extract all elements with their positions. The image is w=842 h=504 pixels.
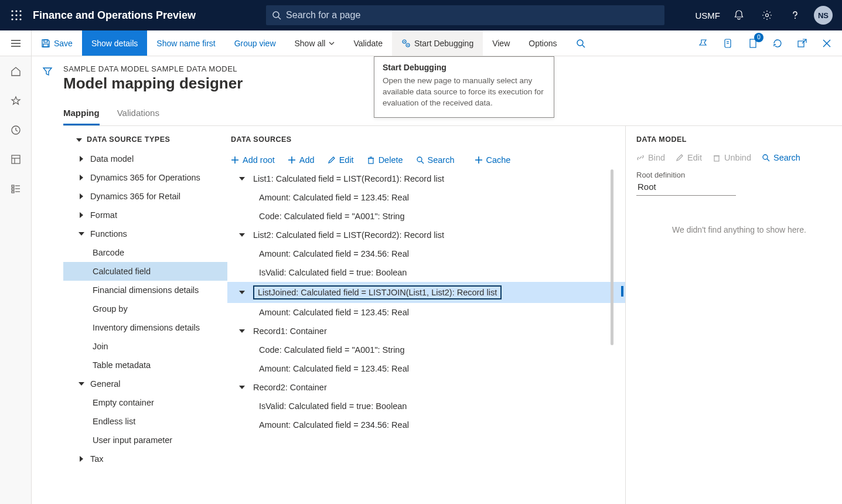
company-code[interactable]: USMF <box>696 11 721 21</box>
show-details-button[interactable]: Show details <box>82 30 147 56</box>
global-search-input[interactable] <box>286 10 659 21</box>
ds-row[interactable]: Amount: Calculated field = 234.56: Real <box>227 416 625 434</box>
ds-row[interactable]: Code: Calculated field = "A001": String <box>227 207 625 226</box>
options-button[interactable]: Options <box>519 30 566 56</box>
ds-row[interactable]: IsValid: Calculated field = true: Boolea… <box>227 397 625 416</box>
chevron-down-icon[interactable] <box>238 175 246 183</box>
ds-row[interactable]: Amount: Calculated field = 234.56: Real <box>227 244 625 263</box>
validate-button[interactable]: Validate <box>344 30 392 56</box>
rail-modules-icon[interactable] <box>6 179 25 198</box>
tooltip-title: Start Debugging <box>383 63 546 72</box>
chevron-down-icon[interactable] <box>238 231 246 239</box>
search-icon <box>416 156 424 164</box>
group-view-button[interactable]: Group view <box>225 30 285 56</box>
show-all-dropdown[interactable]: Show all <box>285 30 345 56</box>
bell-icon[interactable] <box>729 6 748 25</box>
waffle-icon[interactable] <box>6 5 27 26</box>
document-icon[interactable]: 0 <box>742 33 763 54</box>
delete-button[interactable]: Delete <box>367 155 403 165</box>
search-sources-button[interactable]: Search <box>416 155 455 165</box>
model-search-button[interactable]: Search <box>762 153 800 162</box>
tree-item-label: Tax <box>90 454 104 464</box>
find-button[interactable] <box>567 30 595 56</box>
tree-item[interactable]: Dynamics 365 for Retail <box>63 187 227 206</box>
ds-row[interactable]: Amount: Calculated field = 123.45: Real <box>227 359 625 378</box>
scrollbar[interactable] <box>611 169 613 434</box>
tree-item[interactable]: Functions <box>63 224 227 243</box>
close-icon[interactable] <box>816 33 837 54</box>
tree-item[interactable]: Financial dimensions details <box>63 281 227 299</box>
rail-favorites-icon[interactable] <box>6 91 25 110</box>
tree-item[interactable]: Tax <box>63 449 227 468</box>
tree-item[interactable]: User input parameter <box>63 431 227 449</box>
ds-row[interactable]: Amount: Calculated field = 123.45: Real <box>227 188 625 207</box>
ds-row[interactable]: IsValid: Calculated field = true: Boolea… <box>227 263 625 282</box>
hamburger-icon[interactable] <box>0 30 32 56</box>
chevron-right-icon[interactable] <box>77 173 86 182</box>
start-debugging-button[interactable]: Start Debugging <box>392 30 483 56</box>
tab-mapping[interactable]: Mapping <box>63 103 100 125</box>
debug-icon <box>401 39 411 48</box>
tree-item[interactable]: General <box>63 374 227 393</box>
show-name-first-button[interactable]: Show name first <box>147 30 224 56</box>
chevron-down-icon[interactable] <box>76 135 82 144</box>
search-sources-label: Search <box>428 155 455 165</box>
ds-row-selected[interactable]: ListJoined: Calculated field = LISTJOIN(… <box>227 283 625 302</box>
tree-item[interactable]: Inventory dimensions details <box>63 318 227 337</box>
ds-row[interactable]: Record1: Container <box>227 322 625 340</box>
rail-recent-icon[interactable] <box>6 121 25 139</box>
chevron-right-icon[interactable] <box>77 155 86 163</box>
ds-row[interactable]: List1: Calculated field = LIST(Record1):… <box>227 169 625 188</box>
ds-row[interactable]: Amount: Calculated field = 123.45: Real <box>227 303 625 322</box>
tree-item-label: Join <box>93 342 108 351</box>
help-icon[interactable] <box>786 6 804 25</box>
chevron-right-icon[interactable] <box>77 211 86 219</box>
avatar[interactable]: NS <box>814 6 833 25</box>
svg-point-2 <box>19 10 21 12</box>
document-badge: 0 <box>754 33 763 42</box>
chevron-down-icon[interactable] <box>77 230 86 238</box>
ds-row[interactable]: Code: Calculated field = "A001": String <box>227 340 625 359</box>
attachment-icon[interactable] <box>718 33 739 54</box>
add-root-button[interactable]: Add root <box>231 155 275 165</box>
tree-item[interactable]: Dynamics 365 for Operations <box>63 168 227 187</box>
tree-item[interactable]: Table metadata <box>63 356 227 374</box>
gear-icon[interactable] <box>758 6 776 25</box>
cache-button[interactable]: Cache <box>475 155 511 165</box>
drag-handle-icon[interactable] <box>619 286 625 298</box>
pin-icon[interactable] <box>693 33 714 54</box>
chevron-down-icon[interactable] <box>238 288 246 297</box>
save-button[interactable]: Save <box>32 30 82 56</box>
tree-item[interactable]: Group by <box>63 299 227 318</box>
ds-row[interactable]: Record2: Container <box>227 378 625 397</box>
chevron-right-icon[interactable] <box>77 455 86 463</box>
tree-item[interactable]: Join <box>63 337 227 356</box>
root-definition-value[interactable]: Root <box>636 179 736 196</box>
rail-workspaces-icon[interactable] <box>6 150 25 169</box>
tree-item[interactable]: Calculated field <box>63 262 227 281</box>
tree-item[interactable]: Format <box>63 206 227 224</box>
chevron-right-icon[interactable] <box>77 192 86 200</box>
view-button[interactable]: View <box>483 30 519 56</box>
refresh-icon[interactable] <box>767 33 788 54</box>
global-search[interactable] <box>266 5 664 25</box>
popout-icon[interactable] <box>792 33 813 54</box>
model-edit-button[interactable]: Edit <box>676 153 702 162</box>
chevron-down-icon[interactable] <box>238 327 246 335</box>
filter-icon[interactable] <box>38 62 57 81</box>
edit-button[interactable]: Edit <box>328 155 354 165</box>
chevron-down-icon[interactable] <box>238 383 246 391</box>
tree-item[interactable]: Data model <box>63 149 227 168</box>
ds-row[interactable]: List2: Calculated field = LIST(Record2):… <box>227 226 625 244</box>
bind-button[interactable]: Bind <box>636 153 665 162</box>
tree-item[interactable]: Empty container <box>63 393 227 412</box>
add-button[interactable]: Add <box>288 155 315 165</box>
tab-validations[interactable]: Validations <box>117 103 159 125</box>
model-actions: Bind Edit Unbind Search <box>636 149 842 168</box>
tree-item[interactable]: Barcode <box>63 243 227 262</box>
tree-item[interactable]: Endless list <box>63 412 227 431</box>
rail-home-icon[interactable] <box>6 62 25 81</box>
svg-line-23 <box>582 45 585 47</box>
chevron-down-icon[interactable] <box>77 380 86 388</box>
unbind-button[interactable]: Unbind <box>713 153 751 162</box>
